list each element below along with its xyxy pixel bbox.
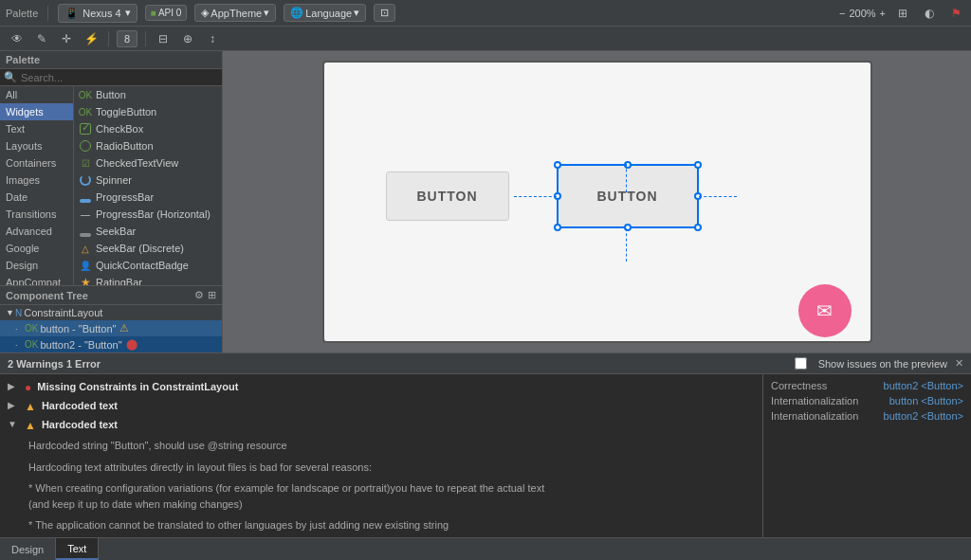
magic-icon[interactable]: ⚡ xyxy=(82,29,101,48)
widget-checkbox[interactable]: CheckBox xyxy=(74,120,222,137)
widget-seekbar[interactable]: SeekBar xyxy=(74,223,222,240)
cat-text[interactable]: Text xyxy=(0,120,73,137)
device-selector[interactable]: 📱 Nexus 4 ▾ xyxy=(58,4,137,23)
expand-error[interactable]: ▶ xyxy=(8,381,19,391)
zoom-control: − 200% + xyxy=(839,8,886,19)
cat-design[interactable]: Design xyxy=(0,257,73,274)
constraint-top xyxy=(626,164,627,192)
palette-body: All Widgets Text Layouts Containers Imag… xyxy=(0,86,222,285)
theme-icon: ◈ xyxy=(201,7,209,19)
cat-images[interactable]: Images xyxy=(0,172,73,189)
issue-text-warn1: Hardcoded text xyxy=(42,400,118,411)
refresh-icon[interactable]: ⚑ xyxy=(946,4,965,23)
widget-spinner[interactable]: Spinner xyxy=(74,172,222,189)
expand-warn2[interactable]: ▼ xyxy=(8,419,19,429)
bottom-tabs: Design Text xyxy=(0,537,971,560)
align-icon[interactable]: ⊟ xyxy=(154,29,173,48)
widget-seekbar-d[interactable]: △ SeekBar (Discrete) xyxy=(74,240,222,257)
issue-row-warn2[interactable]: ▼ ▲ Hardcoded text xyxy=(0,416,762,435)
issue-row-warn1[interactable]: ▶ ▲ Hardcoded text xyxy=(0,397,762,416)
button-icon: OK xyxy=(79,88,92,101)
handle-tl[interactable] xyxy=(554,161,561,169)
cat-appcompat[interactable]: AppCompat xyxy=(0,274,73,285)
eye-icon[interactable]: 👁 xyxy=(8,29,27,48)
widget-radiobutton[interactable]: RadioButton xyxy=(74,137,222,154)
widget-quickcontact[interactable]: 👤 QuickContactBadge xyxy=(74,257,222,274)
button-ok-icon: OK xyxy=(25,323,38,334)
issues-right-row-1: Correctness button2 <Button> xyxy=(771,378,963,393)
issue-text-warn2: Hardcoded text xyxy=(42,419,118,430)
issues-body: ▶ ● Missing Constraints in ConstraintLay… xyxy=(0,374,971,537)
tree-item-button2[interactable]: · OK button2 - "Button" ⬤ xyxy=(0,336,222,352)
constraint-icon[interactable]: ⊕ xyxy=(178,29,197,48)
issue-text-error: Missing Constraints in ConstraintLayout xyxy=(37,381,238,392)
language-selector[interactable]: 🌐 Language ▾ xyxy=(284,4,366,22)
cat-transitions[interactable]: Transitions xyxy=(0,206,73,223)
handle-br[interactable] xyxy=(694,224,702,231)
handle-tr[interactable] xyxy=(694,161,702,169)
cat-layouts[interactable]: Layouts xyxy=(0,137,73,154)
tree-item-bullet: · xyxy=(15,324,25,334)
ok-icon: ■ xyxy=(151,8,156,18)
palette-search[interactable]: 🔍 xyxy=(0,69,222,86)
button2[interactable]: BUTTON xyxy=(557,164,699,228)
issue-row-error[interactable]: ▶ ● Missing Constraints in ConstraintLay… xyxy=(0,378,762,397)
search-input[interactable] xyxy=(21,72,218,83)
device-screen: BUTTON BUTTON xyxy=(324,63,870,343)
language-icon: 🌐 xyxy=(290,7,303,19)
handle-bl[interactable] xyxy=(554,224,561,231)
cat-date[interactable]: Date xyxy=(0,189,73,206)
widget-togglebutton[interactable]: OK ToggleButton xyxy=(74,103,222,120)
dp-value[interactable]: 8 xyxy=(117,30,137,47)
theme-selector[interactable]: ◈ AppTheme ▾ xyxy=(194,4,276,22)
top-bar: Palette 📱 Nexus 4 ▾ ■ API 0 ◈ AppTheme ▾… xyxy=(0,0,971,27)
cat-widgets[interactable]: Widgets xyxy=(0,103,73,120)
tree-expand-icon[interactable]: ⊞ xyxy=(208,289,216,301)
chevron-down-icon-2: ▾ xyxy=(264,7,269,19)
preview-icon[interactable]: ⊞ xyxy=(893,4,912,23)
expand-warn1[interactable]: ▶ xyxy=(8,400,19,410)
layout-icon-btn[interactable]: ⊡ xyxy=(374,4,395,22)
widget-ratingbar[interactable]: ★ RatingBar xyxy=(74,274,222,285)
theme-variant-icon[interactable]: ◐ xyxy=(920,4,939,23)
fab-button[interactable]: ✉ xyxy=(798,284,852,337)
tab-text[interactable]: Text xyxy=(56,538,99,560)
quickcontact-icon: 👤 xyxy=(79,259,92,272)
tab-design[interactable]: Design xyxy=(0,538,56,560)
tree-root[interactable]: ▼ N ConstraintLayout xyxy=(0,305,222,320)
cat-containers[interactable]: Containers xyxy=(0,154,73,172)
warning-icon: ⚠ xyxy=(119,322,129,334)
issue-detail-4: * The application cannot be translated t… xyxy=(0,515,762,536)
api-badge[interactable]: ■ API 0 xyxy=(145,5,188,21)
issue-detail-1: Hardcoded string "Button", should use @s… xyxy=(0,435,762,457)
widget-button[interactable]: OK Button xyxy=(74,86,222,103)
widget-progressbar[interactable]: ProgressBar xyxy=(74,189,222,206)
spinner-icon xyxy=(79,173,92,187)
radiobutton-icon xyxy=(79,139,92,153)
right-value-1[interactable]: button2 <Button> xyxy=(884,380,963,391)
right-label-2: Internationalization xyxy=(771,395,858,406)
show-issues-label: Show issues on the preview xyxy=(818,358,947,370)
widget-checkedtextview[interactable]: ☑ CheckedTextView xyxy=(74,154,222,172)
zoom-minus-btn[interactable]: − xyxy=(839,8,845,19)
cat-advanced[interactable]: Advanced xyxy=(0,223,73,240)
chevron-down-icon: ▾ xyxy=(125,7,131,19)
seekbar-icon xyxy=(79,225,92,238)
guidelines-icon[interactable]: ↕ xyxy=(203,29,222,48)
cursor-icon[interactable]: ✎ xyxy=(32,29,51,48)
show-issues-checkbox[interactable] xyxy=(795,357,807,370)
cat-google[interactable]: Google xyxy=(0,240,73,257)
issues-close-btn[interactable]: ✕ xyxy=(955,357,963,370)
tree-item-button[interactable]: · OK button - "Button" ⚠ xyxy=(0,320,222,336)
main-content: Palette 🔍 All Widgets Text Layouts Conta… xyxy=(0,51,971,352)
tree-settings-icon[interactable]: ⚙ xyxy=(194,289,204,301)
right-value-2[interactable]: button <Button> xyxy=(889,395,963,406)
button2-ok-icon: OK xyxy=(25,339,38,350)
move-icon[interactable]: ✛ xyxy=(57,29,76,48)
widget-progressbar-h[interactable]: — ProgressBar (Horizontal) xyxy=(74,206,222,223)
zoom-plus-btn[interactable]: + xyxy=(880,8,886,19)
cat-all[interactable]: All xyxy=(0,86,73,103)
button1[interactable]: BUTTON xyxy=(386,172,509,221)
right-value-3[interactable]: button2 <Button> xyxy=(884,410,963,422)
error-icon: ⬤ xyxy=(126,338,137,351)
